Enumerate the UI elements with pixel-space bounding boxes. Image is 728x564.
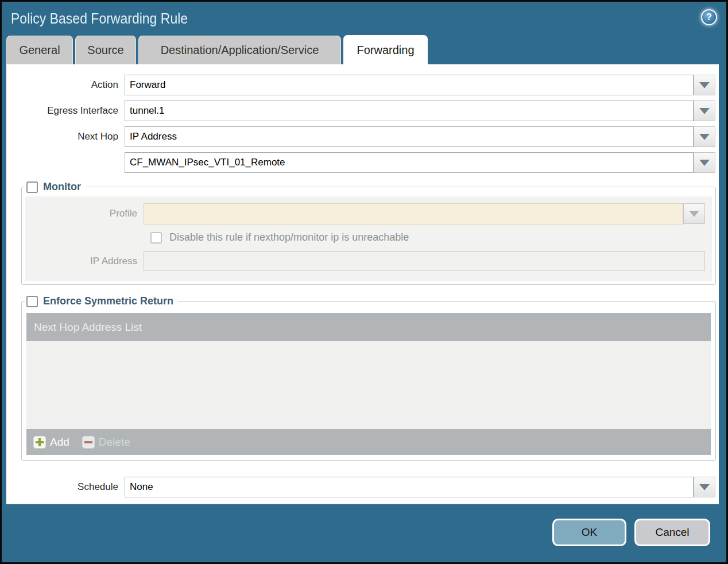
enforce-symmetric-return-checkbox[interactable]	[26, 296, 38, 307]
monitor-profile-label: Profile	[25, 208, 144, 219]
monitor-fieldset: Monitor Profile Disable this rule if nex…	[21, 181, 716, 285]
action-dropdown-button[interactable]	[694, 75, 715, 95]
next-hop-address-table: Next Hop Address List Add Delete	[26, 313, 711, 455]
chevron-down-icon	[699, 160, 710, 166]
dialog-titlebar: Policy Based Forwarding Rule ?	[2, 2, 726, 35]
schedule-row: Schedule	[6, 477, 719, 497]
next-hop-row: Next Hop	[6, 126, 719, 147]
egress-interface-row: Egress Interface	[6, 101, 719, 121]
next-hop-type-dropdown-button[interactable]	[694, 126, 715, 147]
chevron-down-icon	[699, 134, 710, 140]
chevron-down-icon	[689, 211, 699, 217]
next-hop-address-row	[6, 152, 719, 173]
cancel-button[interactable]: Cancel	[634, 519, 710, 546]
monitor-legend-label: Monitor	[43, 181, 81, 193]
tab-destination-application-service[interactable]: Destination/Application/Service	[138, 36, 341, 64]
delete-button: Delete	[82, 436, 130, 449]
policy-based-forwarding-dialog: Policy Based Forwarding Rule ? General S…	[0, 0, 728, 564]
monitor-profile-row: Profile	[25, 203, 712, 224]
disable-rule-label: Disable this rule if nexthop/monitor ip …	[169, 231, 409, 244]
action-label: Action	[6, 79, 125, 91]
enforce-symmetric-return-legend-label: Enforce Symmetric Return	[43, 295, 173, 307]
next-hop-address-list-column-header: Next Hop Address List	[34, 321, 142, 334]
next-hop-label: Next Hop	[6, 131, 125, 142]
help-icon[interactable]: ?	[701, 9, 717, 25]
next-hop-address-table-header: Next Hop Address List	[26, 313, 711, 341]
monitor-legend: Monitor	[25, 181, 86, 193]
monitor-checkbox[interactable]	[26, 181, 38, 193]
chevron-down-icon	[699, 484, 710, 490]
schedule-label: Schedule	[6, 481, 125, 493]
next-hop-address-table-body[interactable]	[26, 341, 711, 429]
tab-bar: General Source Destination/Application/S…	[2, 35, 726, 64]
monitor-ip-address-label: IP Address	[25, 256, 144, 267]
egress-interface-dropdown-button[interactable]	[694, 101, 715, 121]
monitor-ip-address-row: IP Address	[25, 251, 712, 272]
tab-general[interactable]: General	[6, 36, 73, 64]
tab-source[interactable]: Source	[75, 36, 136, 64]
plus-icon	[33, 436, 46, 449]
add-button-label: Add	[50, 436, 69, 449]
dialog-title: Policy Based Forwarding Rule	[11, 10, 188, 27]
tab-forwarding[interactable]: Forwarding	[343, 35, 428, 64]
egress-interface-label: Egress Interface	[6, 105, 125, 117]
monitor-panel: Profile Disable this rule if nexthop/mon…	[25, 196, 712, 281]
action-input[interactable]	[125, 75, 694, 95]
egress-interface-input[interactable]	[125, 101, 694, 121]
enforce-symmetric-return-legend: Enforce Symmetric Return	[25, 295, 178, 307]
forwarding-tab-panel: Action Egress Interface Next Hop	[6, 64, 719, 504]
monitor-profile-input	[144, 203, 683, 225]
schedule-dropdown-button[interactable]	[694, 477, 715, 497]
monitor-profile-dropdown-button	[683, 203, 705, 224]
delete-button-label: Delete	[99, 436, 130, 449]
action-row: Action	[6, 75, 719, 95]
next-hop-type-input[interactable]	[125, 126, 694, 147]
dialog-footer: OK Cancel	[2, 504, 726, 560]
add-button[interactable]: Add	[33, 436, 69, 449]
enforce-symmetric-return-fieldset: Enforce Symmetric Return Next Hop Addres…	[21, 295, 716, 461]
ok-button[interactable]: OK	[552, 519, 626, 546]
chevron-down-icon	[699, 82, 710, 88]
chevron-down-icon	[699, 108, 710, 114]
next-hop-address-table-footer: Add Delete	[26, 429, 711, 455]
monitor-disable-rule-row: Disable this rule if nexthop/monitor ip …	[150, 231, 712, 244]
next-hop-address-dropdown-button[interactable]	[694, 152, 715, 173]
next-hop-address-input[interactable]	[125, 152, 694, 173]
minus-icon	[82, 436, 95, 449]
monitor-ip-address-input	[144, 251, 705, 271]
schedule-input[interactable]	[125, 477, 694, 497]
disable-rule-checkbox	[150, 232, 162, 244]
